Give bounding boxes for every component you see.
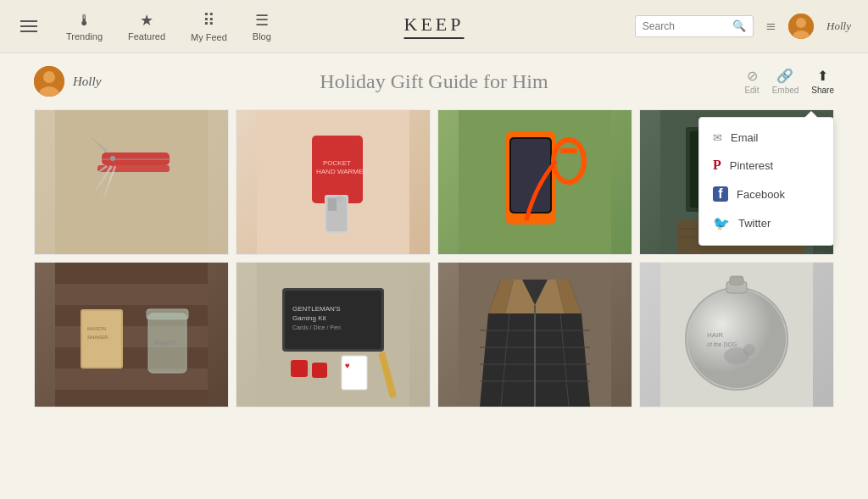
nav-label-myfeed: My Feed (191, 32, 227, 42)
hamburger-button[interactable] (17, 17, 41, 36)
svg-text:HAIR: HAIR (707, 331, 723, 339)
page-user-name: Holly (73, 75, 101, 89)
user-avatar (788, 14, 814, 39)
edit-icon: ⊘ (747, 68, 758, 84)
main-content: Holly Holiday Gift Guide for Him ⊘ Edit … (0, 53, 868, 420)
share-facebook[interactable]: f Facebook (699, 180, 833, 208)
svg-point-10 (110, 156, 115, 161)
svg-rect-54 (291, 360, 308, 377)
nav-item-myfeed[interactable]: ⠿ My Feed (191, 10, 227, 42)
svg-rect-17 (328, 198, 337, 211)
svg-text:GENTLEMAN'S: GENTLEMAN'S (292, 305, 341, 313)
svg-text:MASON: MASON (87, 326, 106, 331)
svg-point-70 (687, 290, 786, 388)
grid-item-5[interactable]: MASON MASON SHAKER (34, 262, 229, 408)
site-logo[interactable]: KEEP (404, 14, 465, 39)
trending-icon: 🌡 (77, 12, 92, 30)
page-title: Holiday Gift Guide for Him (320, 70, 548, 93)
svg-rect-42 (147, 309, 188, 319)
grid-image-5: MASON MASON SHAKER (35, 263, 228, 407)
twitter-icon: 🐦 (713, 215, 730, 231)
share-icon: ⬆ (817, 68, 828, 84)
grid-item-8[interactable]: HAIR of the DOG (639, 262, 834, 408)
grid-image-2: POCKET HAND WARMER (236, 110, 430, 254)
search-icon: 🔍 (732, 19, 746, 33)
embed-button[interactable]: 🔗 Embed (772, 68, 799, 95)
search-input[interactable] (643, 20, 727, 32)
embed-icon: 🔗 (776, 68, 793, 84)
nav-label-trending: Trending (66, 31, 103, 42)
svg-text:♥: ♥ (345, 361, 350, 370)
svg-text:HAND WARMER: HAND WARMER (316, 168, 368, 175)
blog-icon: ☰ (255, 11, 269, 30)
svg-text:POCKET: POCKET (323, 159, 351, 167)
svg-point-76 (743, 344, 755, 356)
svg-point-1 (796, 18, 806, 28)
edit-button[interactable]: ⊘ Edit (744, 68, 759, 95)
email-icon: ✉ (713, 131, 722, 144)
svg-rect-34 (55, 263, 208, 284)
page-header: Holly Holiday Gift Guide for Him ⊘ Edit … (34, 66, 834, 97)
grid-image-8: HAIR of the DOG (640, 263, 833, 407)
grid-image-7 (438, 263, 632, 407)
grid-item-3[interactable] (437, 109, 632, 255)
action-buttons: ⊘ Edit 🔗 Embed ⬆ Share ✉ Email P Pintere… (744, 68, 834, 95)
nav-item-trending[interactable]: 🌡 Trending (66, 12, 103, 42)
list-view-icon[interactable]: ≡ (766, 17, 776, 36)
myfeed-icon: ⠿ (203, 10, 215, 30)
share-button[interactable]: ⬆ Share (811, 68, 834, 95)
share-email[interactable]: ✉ Email (699, 125, 833, 151)
grid-image-1 (35, 110, 228, 254)
nav-right: 🔍 ≡ Holly (635, 14, 851, 39)
search-box[interactable]: 🔍 (635, 15, 754, 37)
pinterest-icon: P (713, 158, 721, 173)
grid-item-1[interactable] (34, 109, 229, 255)
svg-rect-72 (730, 276, 743, 285)
svg-rect-55 (312, 363, 327, 378)
svg-text:Cards / Dice / Pen: Cards / Dice / Pen (292, 324, 341, 330)
navbar: 🌡 Trending ★ Featured ⠿ My Feed ☰ Blog K… (0, 0, 868, 53)
share-dropdown: ✉ Email P Pinterest f Facebook 🐦 Twitter (698, 117, 834, 246)
user-info: Holly (34, 66, 101, 97)
grid-image-3 (438, 110, 632, 254)
user-avatar-small (34, 66, 64, 97)
nav-item-featured[interactable]: ★ Featured (128, 11, 165, 42)
svg-text:of the DOG: of the DOG (707, 341, 737, 347)
svg-point-18 (337, 196, 343, 202)
nav-user-name[interactable]: Holly (826, 19, 851, 33)
svg-rect-24 (560, 148, 577, 153)
svg-rect-40 (55, 390, 208, 407)
svg-point-4 (43, 71, 55, 83)
svg-rect-6 (55, 110, 208, 254)
nav-label-featured: Featured (128, 31, 165, 42)
featured-icon: ★ (140, 11, 153, 30)
svg-text:SHAKER: SHAKER (87, 335, 108, 340)
nav-left: 🌡 Trending ★ Featured ⠿ My Feed ☰ Blog (17, 10, 271, 42)
grid-item-2[interactable]: POCKET HAND WARMER (236, 109, 431, 255)
share-twitter[interactable]: 🐦 Twitter (699, 208, 833, 238)
grid-image-6: GENTLEMAN'S Gaming Kit Cards / Dice / Pe… (236, 263, 430, 407)
avatar-image (788, 14, 814, 39)
grid-item-7[interactable] (437, 262, 632, 408)
svg-text:Gaming Kit: Gaming Kit (292, 314, 326, 322)
nav-item-blog[interactable]: ☰ Blog (253, 11, 271, 42)
svg-text:MASON: MASON (155, 340, 177, 346)
facebook-icon: f (713, 186, 728, 202)
svg-rect-35 (55, 284, 208, 305)
grid-item-6[interactable]: GENTLEMAN'S Gaming Kit Cards / Dice / Pe… (236, 262, 431, 408)
nav-label-blog: Blog (253, 31, 271, 42)
share-pinterest[interactable]: P Pinterest (699, 151, 833, 180)
